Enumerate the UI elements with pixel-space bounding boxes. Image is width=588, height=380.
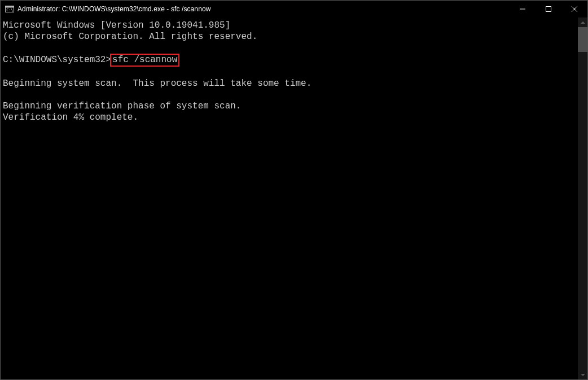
- vertical-scrollbar[interactable]: [578, 18, 587, 379]
- cmd-icon: C:\: [5, 5, 14, 14]
- scroll-down-button[interactable]: [578, 370, 587, 379]
- output-line: Microsoft Windows [Version 10.0.19041.98…: [3, 20, 230, 30]
- window-buttons: [510, 1, 587, 18]
- window-title: Administrator: C:\WINDOWS\system32\cmd.e…: [17, 5, 210, 13]
- output-line: Verification 4% complete.: [3, 112, 138, 123]
- console-area[interactable]: Microsoft Windows [Version 10.0.19041.98…: [1, 18, 587, 379]
- scroll-up-button[interactable]: [578, 18, 587, 27]
- output-line: (c) Microsoft Corporation. All rights re…: [3, 32, 257, 42]
- close-button[interactable]: [561, 1, 587, 18]
- cmd-window: C:\ Administrator: C:\WINDOWS\system32\c…: [0, 0, 588, 380]
- console-output: Microsoft Windows [Version 10.0.19041.98…: [3, 20, 576, 377]
- title-bar[interactable]: C:\ Administrator: C:\WINDOWS\system32\c…: [1, 1, 587, 18]
- maximize-button[interactable]: [536, 1, 561, 18]
- svg-text:C:\: C:\: [6, 8, 13, 12]
- output-line: Beginning verification phase of system s…: [3, 101, 241, 111]
- prompt-text: C:\WINDOWS\system32>: [3, 55, 111, 65]
- minimize-button[interactable]: [510, 1, 536, 18]
- chevron-up-icon: [581, 21, 585, 24]
- output-line: Beginning system scan. This process will…: [3, 78, 311, 89]
- scroll-thumb[interactable]: [578, 27, 587, 52]
- svg-rect-4: [546, 7, 551, 12]
- chevron-down-icon: [581, 374, 585, 376]
- highlighted-command: sfc /scannow: [110, 54, 179, 67]
